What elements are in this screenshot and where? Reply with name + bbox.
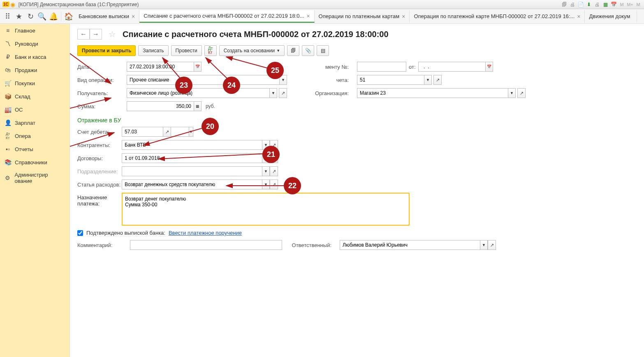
tab-card-operations[interactable]: Операции по платежным картам× [315, 10, 410, 23]
sidebar-label: Руководи [15, 41, 38, 47]
forward-button[interactable]: → [90, 29, 102, 40]
contragent-label: Контрагенты: [77, 142, 122, 148]
date-input[interactable] [127, 62, 194, 72]
responsible-input[interactable] [340, 240, 480, 250]
expand-icon[interactable]: ↗ [279, 88, 287, 98]
create-based-button[interactable]: Создать на основании▼ [219, 45, 285, 56]
window-tools: 🗐 🖨 📄 ⬇ 🖨 ▦ 📅 M M+ M [561, 1, 642, 8]
apps-icon[interactable]: ⠿ [2, 11, 13, 22]
tab-writeoff[interactable]: Списание с расчетного счета МНБП-000002 … [139, 10, 314, 23]
history-icon[interactable]: ↻ [25, 11, 36, 22]
debit-input[interactable] [122, 127, 189, 137]
form-grid-top: Дата: 📅 менту №: от: 📅 Вид операции: [77, 62, 637, 111]
comment-input[interactable] [130, 240, 282, 250]
calculator-icon[interactable]: ▦ [194, 101, 202, 111]
close-icon[interactable]: × [132, 13, 135, 20]
sidebar-item-manager[interactable]: 〽Руководи [0, 37, 69, 50]
sidebar-item-directories[interactable]: 📚Справочники [0, 156, 69, 169]
tool-icon[interactable]: 🗐 [561, 1, 568, 8]
sidebar-item-purchases[interactable]: 🛒Покупки [0, 77, 69, 90]
dtct-button[interactable]: ДтКт [204, 45, 217, 56]
sidebar-item-operations[interactable]: ДтКтОпера [0, 129, 69, 142]
expand-icon[interactable]: ↗ [517, 88, 526, 98]
sidebar-item-stock[interactable]: 📦Склад [0, 90, 69, 103]
download-icon[interactable]: ⬇ [586, 1, 592, 8]
home-icon[interactable]: 🏠 [63, 11, 74, 22]
gear-icon: ⚙ [4, 174, 11, 182]
chevron-down-icon[interactable]: ▼ [280, 75, 287, 85]
printer-icon[interactable]: 🖨 [594, 1, 600, 8]
chevron-down-icon[interactable]: ▼ [270, 88, 277, 98]
m-icon[interactable]: M [619, 1, 625, 8]
sidebar-item-salary[interactable]: 👤Зарплат [0, 116, 69, 129]
mplus-icon[interactable]: M+ [627, 1, 633, 8]
sidebar-item-admin[interactable]: ⚙Администрир ование [0, 169, 69, 187]
contract-input[interactable] [122, 153, 262, 163]
chevron-down-icon[interactable]: ▼ [262, 180, 270, 189]
expand-icon[interactable]: ↗ [270, 140, 278, 150]
chevron-down-icon[interactable]: ▼ [262, 140, 270, 150]
post-button[interactable]: Провести [171, 45, 202, 56]
mlast-icon[interactable]: M [635, 1, 642, 8]
close-icon[interactable]: × [402, 13, 405, 20]
contragent-input[interactable] [122, 140, 262, 150]
sidebar-item-bank[interactable]: ₽Банк и касса [0, 50, 69, 63]
calendar-icon[interactable]: ▦ [602, 1, 609, 8]
expand-icon[interactable]: ↗ [270, 153, 278, 163]
org-label: Организация: [295, 90, 349, 96]
expand-icon[interactable]: ↗ [270, 166, 278, 176]
chevron-down-icon[interactable]: ▼ [424, 75, 432, 85]
expand-icon[interactable]: ↗ [433, 75, 442, 85]
favorite-button[interactable]: ☆ [109, 29, 116, 39]
expand-icon[interactable]: ↗ [488, 240, 496, 250]
debit-label: Счет дебета: [77, 129, 122, 135]
chevron-down-icon[interactable]: ▼ [262, 166, 270, 176]
tab-movements[interactable]: Движения докум [585, 10, 637, 23]
sidebar-item-main[interactable]: ≡Главное [0, 24, 69, 37]
related-button[interactable]: 🗐 [287, 45, 299, 56]
post-close-button[interactable]: Провести и закрыть [77, 45, 136, 56]
bell-icon[interactable]: 🔔 [48, 11, 59, 22]
save-button[interactable]: Записать [138, 45, 168, 56]
expand-icon[interactable]: ↗ [270, 180, 278, 189]
calendar2-icon[interactable]: 📅 [610, 1, 617, 8]
sidebar-item-os[interactable]: 🏭ОС [0, 103, 69, 116]
tab-bank-statements[interactable]: Банковские выписки× [74, 10, 139, 23]
sidebar-label: Покупки [15, 80, 35, 86]
org-input[interactable] [357, 88, 508, 98]
docnum-date-input[interactable] [418, 62, 486, 72]
list-button[interactable]: ▤ [317, 45, 329, 56]
division-input[interactable] [122, 166, 262, 176]
star-icon[interactable]: ★ [13, 11, 25, 22]
calendar-picker-icon[interactable]: 📅 [194, 62, 202, 72]
recipient-label: Получатель: [77, 90, 118, 96]
close-icon[interactable]: × [577, 13, 580, 20]
operation-type-input[interactable] [127, 75, 280, 85]
chevron-down-icon[interactable]: ▼ [480, 240, 488, 250]
docnum-input[interactable] [357, 62, 406, 72]
close-icon[interactable]: × [306, 13, 310, 19]
print-icon[interactable]: 🖨 [569, 1, 576, 8]
confirmed-label: Подтверждено выпиской банка: [86, 230, 165, 236]
sidebar-item-reports[interactable]: ▪▫Отчеты [0, 142, 69, 156]
recipient-input[interactable] [127, 88, 270, 98]
expand-icon[interactable]: ↗ [163, 127, 171, 137]
sidebar-item-sales[interactable]: 🛍Продажи [0, 63, 69, 77]
create-payment-link[interactable]: Ввести платежное поручение [169, 230, 242, 236]
page-title: Списание с расчетного счета МНБП-000002 … [123, 30, 389, 39]
chevron-down-icon[interactable]: ▼ [262, 153, 270, 163]
sum-input[interactable] [127, 101, 194, 111]
confirmed-checkbox[interactable] [77, 230, 83, 236]
back-button[interactable]: ← [77, 29, 90, 40]
chevron-down-icon[interactable]: ▼ [189, 127, 193, 137]
search-icon[interactable]: 🔍 [36, 11, 48, 22]
purpose-textarea[interactable] [122, 193, 410, 226]
tab-card-op-detail[interactable]: Операция по платежной карте МНБП-000002 … [410, 10, 585, 23]
attach-button[interactable]: 📎 [302, 45, 314, 56]
window-title: [КОПИЯ] Демонстрационная база (1С:Предпр… [19, 2, 561, 7]
expense-input[interactable] [122, 180, 262, 189]
account-input[interactable] [357, 75, 424, 85]
calendar-picker-icon[interactable]: 📅 [486, 62, 493, 72]
search-icon[interactable]: 📄 [577, 1, 584, 8]
chevron-down-icon[interactable]: ▼ [508, 88, 516, 98]
